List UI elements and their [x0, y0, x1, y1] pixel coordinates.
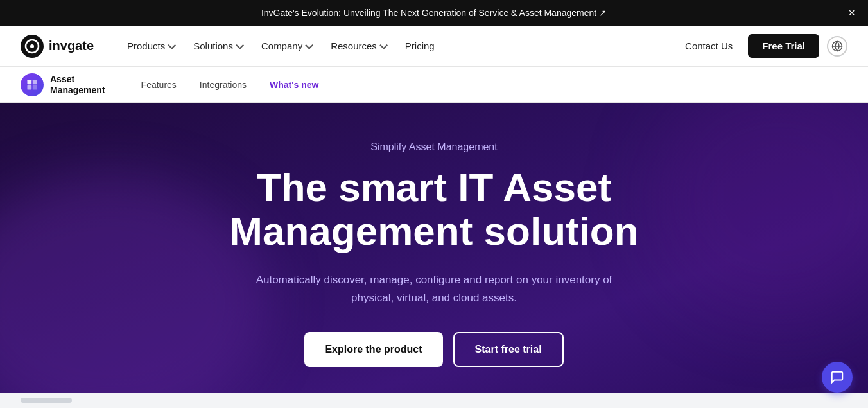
banner-close-button[interactable]: × — [848, 6, 855, 20]
nav-links: Products Solutions Company Resources Pri… — [119, 35, 657, 57]
hero-section: Simplify Asset Management The smart IT A… — [0, 103, 868, 393]
nav-right: Contact Us Free Trial — [677, 34, 847, 58]
chevron-down-icon — [305, 42, 313, 50]
nav-item-products[interactable]: Products — [119, 35, 183, 57]
svg-rect-5 — [28, 80, 32, 84]
logo[interactable]: invgate — [21, 35, 94, 58]
svg-rect-6 — [33, 80, 37, 84]
contact-us-link[interactable]: Contact Us — [677, 35, 740, 57]
nav-item-company[interactable]: Company — [254, 35, 320, 57]
sub-nav-links: Features Integrations What's new — [131, 75, 329, 95]
svg-point-2 — [30, 44, 34, 48]
scroll-hint — [0, 393, 868, 408]
chevron-down-icon — [236, 42, 243, 50]
sub-brand-label: Asset Management — [50, 74, 105, 96]
sub-nav-brand: Asset Management — [21, 73, 105, 96]
hero-description: Automatically discover, manage, configur… — [248, 271, 620, 306]
sub-nav-whats-new[interactable]: What's new — [259, 75, 329, 95]
nav-item-pricing[interactable]: Pricing — [397, 35, 442, 57]
top-banner: InvGate's Evolution: Unveiling The Next … — [0, 0, 868, 26]
free-trial-button[interactable]: Free Trial — [748, 34, 819, 58]
globe-icon[interactable] — [827, 36, 847, 57]
scroll-hint-bar — [21, 398, 72, 403]
start-free-trial-button[interactable]: Start free trial — [453, 332, 564, 367]
chat-bubble-button[interactable] — [822, 362, 853, 393]
main-nav: invgate Products Solutions Company Resou… — [0, 26, 868, 67]
logo-text: invgate — [49, 39, 94, 53]
sub-nav: Asset Management Features Integrations W… — [0, 67, 868, 103]
explore-product-button[interactable]: Explore the product — [304, 332, 442, 367]
banner-text: InvGate's Evolution: Unveiling The Next … — [261, 8, 607, 18]
chevron-down-icon — [168, 42, 175, 50]
hero-subtitle: Simplify Asset Management — [370, 141, 497, 153]
svg-rect-8 — [33, 85, 37, 89]
svg-rect-7 — [28, 85, 32, 89]
hero-buttons: Explore the product Start free trial — [304, 332, 563, 367]
sub-nav-integrations[interactable]: Integrations — [189, 75, 257, 95]
asset-management-icon — [21, 73, 44, 96]
nav-item-resources[interactable]: Resources — [323, 35, 395, 57]
nav-item-solutions[interactable]: Solutions — [186, 35, 251, 57]
logo-icon — [21, 35, 44, 58]
hero-title: The smart IT Asset Management solution — [209, 166, 659, 253]
sub-nav-features[interactable]: Features — [131, 75, 187, 95]
chevron-down-icon — [379, 42, 387, 50]
